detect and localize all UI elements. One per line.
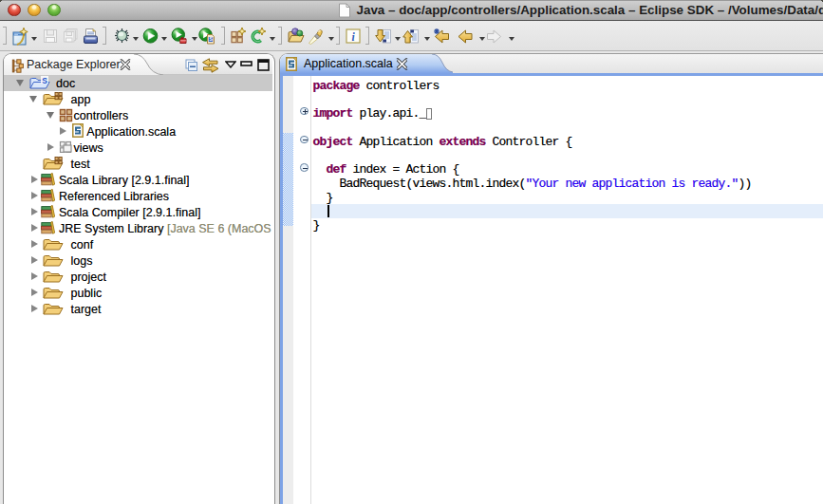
svg-text:S: S bbox=[42, 76, 47, 85]
